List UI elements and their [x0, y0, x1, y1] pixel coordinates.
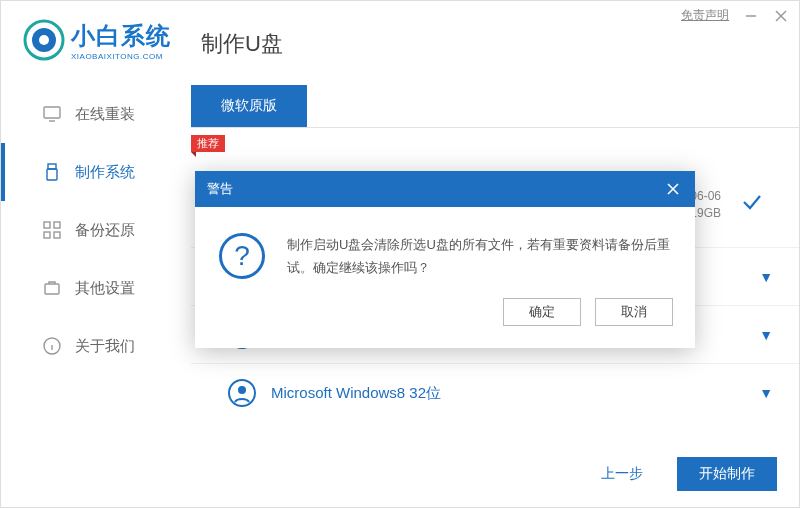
sidebar-item-make-system[interactable]: 制作系统 — [1, 143, 191, 201]
sidebar-item-label: 关于我们 — [75, 337, 135, 356]
svg-rect-9 — [44, 222, 50, 228]
monitor-icon — [43, 105, 61, 123]
sidebar-item-about[interactable]: 关于我们 — [1, 317, 191, 375]
close-icon[interactable] — [773, 8, 789, 24]
question-icon: ? — [219, 233, 265, 279]
svg-rect-11 — [44, 232, 50, 238]
logo-title: 小白系统 — [71, 20, 171, 52]
prev-button[interactable]: 上一步 — [579, 457, 665, 491]
sidebar-item-online-reinstall[interactable]: 在线重装 — [1, 85, 191, 143]
windows-icon — [227, 378, 257, 408]
warning-dialog: 警告 ? 制作启动U盘会清除所选U盘的所有文件，若有重要资料请备份后重试。确定继… — [195, 171, 695, 348]
minimize-icon[interactable] — [743, 8, 759, 24]
usb-icon — [43, 163, 61, 181]
svg-rect-13 — [45, 284, 59, 294]
svg-point-20 — [238, 386, 246, 394]
dialog-message: 制作启动U盘会清除所选U盘的所有文件，若有重要资料请备份后重试。确定继续该操作吗… — [287, 233, 671, 280]
svg-rect-5 — [44, 107, 60, 118]
page-title: 制作U盘 — [201, 29, 283, 59]
chevron-down-icon: ▼ — [759, 385, 773, 401]
tabbar: 微软原版 — [191, 85, 799, 128]
logo-icon — [23, 19, 65, 61]
svg-rect-12 — [54, 232, 60, 238]
briefcase-icon — [43, 279, 61, 297]
svg-rect-7 — [48, 164, 56, 169]
tab-microsoft-original[interactable]: 微软原版 — [191, 85, 307, 127]
start-make-button[interactable]: 开始制作 — [677, 457, 777, 491]
sidebar: 在线重装 制作系统 备份还原 其他设置 关于我们 — [1, 85, 191, 375]
svg-rect-10 — [54, 222, 60, 228]
dialog-ok-button[interactable]: 确定 — [503, 298, 581, 326]
logo: 小白系统 XIAOBAIXITONG.COM — [23, 19, 171, 61]
sidebar-item-label: 其他设置 — [75, 279, 135, 298]
sidebar-item-backup-restore[interactable]: 备份还原 — [1, 201, 191, 259]
recommend-badge: 推荐 — [191, 135, 225, 152]
grid-icon — [43, 221, 61, 239]
check-icon — [741, 191, 763, 218]
system-row-win8[interactable]: Microsoft Windows8 32位 ▼ — [191, 364, 799, 422]
row-title: Microsoft Windows8 32位 — [271, 384, 759, 403]
chevron-down-icon: ▼ — [759, 327, 773, 343]
sidebar-item-label: 制作系统 — [75, 163, 135, 182]
disclaimer-link[interactable]: 免责声明 — [681, 7, 729, 24]
chevron-down-icon: ▼ — [759, 269, 773, 285]
info-icon — [43, 337, 61, 355]
dialog-title: 警告 — [207, 180, 233, 198]
dialog-close-icon[interactable] — [663, 179, 683, 199]
logo-subtitle: XIAOBAIXITONG.COM — [71, 52, 171, 61]
sidebar-item-label: 备份还原 — [75, 221, 135, 240]
sidebar-item-label: 在线重装 — [75, 105, 135, 124]
svg-rect-8 — [47, 169, 57, 180]
dialog-cancel-button[interactable]: 取消 — [595, 298, 673, 326]
sidebar-item-other-settings[interactable]: 其他设置 — [1, 259, 191, 317]
